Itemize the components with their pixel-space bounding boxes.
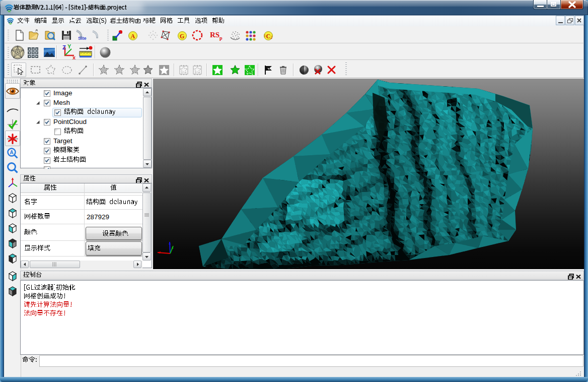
svg-text:Z: Z xyxy=(62,44,66,50)
svg-text:x: x xyxy=(72,54,76,59)
svg-text:p: p xyxy=(219,35,223,41)
svg-text:A: A xyxy=(131,33,135,40)
svg-text:RS: RS xyxy=(210,31,219,39)
svg-text:C: C xyxy=(266,33,271,40)
svg-text:A: A xyxy=(10,150,14,155)
svg-text:Site: Site xyxy=(78,36,87,41)
svg-text:G: G xyxy=(180,33,184,40)
svg-text:Y: Y xyxy=(67,44,71,49)
svg-text:1: 1 xyxy=(264,34,266,38)
svg-text:2: 2 xyxy=(270,35,272,40)
